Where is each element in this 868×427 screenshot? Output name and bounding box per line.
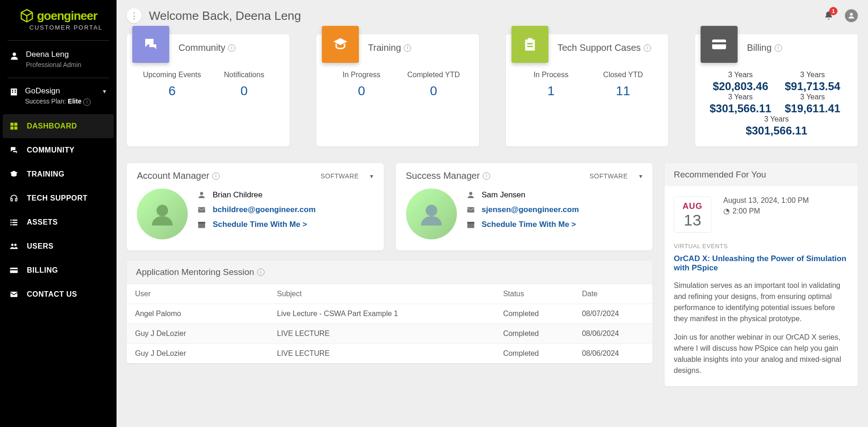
manager-email[interactable]: bchildree@goengineer.com [213,205,316,214]
card-title: Tech Support Cases [558,43,641,53]
sidebar-item-contact[interactable]: CONTACT US [0,282,117,306]
info-icon[interactable]: i [775,44,782,52]
sidebar-item-techsupport[interactable]: TECH SUPPORT [0,186,117,210]
event-datetime: August 13, 2024, 1:00 PM [723,196,809,205]
list-icon [9,218,19,227]
account-icon [847,12,856,20]
stat-label: Closed YTD [587,71,659,79]
user-block[interactable]: Deena Leng Professional Admin [0,44,117,74]
nav-label: BILLING [27,266,58,274]
info-icon[interactable]: i [404,44,411,52]
billing-card[interactable]: Billing i 3 Years$20,803.46 3 Years$91,7… [695,34,858,146]
stat-value: 0 [398,84,470,98]
col-user: User [127,284,269,304]
org-block[interactable]: GoDesign Success Plan: Elite i ▼ [0,82,117,110]
manager-dropdown[interactable]: SOFTWARE▾ [320,172,373,180]
dashboard-icon [9,122,19,131]
sidebar-item-assets[interactable]: ASSETS [0,210,117,234]
col-subject: Subject [269,284,495,304]
svg-rect-5 [15,92,16,93]
info-icon[interactable]: i [257,268,265,276]
svg-rect-22 [527,43,533,44]
building-icon [9,87,18,97]
page-title: Welcome Back, Deena Leng [149,9,301,23]
sidebar: goengineer CUSTOMER PORTAL Deena Leng Pr… [0,0,117,427]
info-icon[interactable]: i [212,172,220,180]
card-title: Success Manager [406,171,480,181]
card-title: Account Manager [137,171,209,181]
sidebar-item-dashboard[interactable]: DASHBOARD [3,114,114,138]
card-title: Community [179,43,225,53]
avatar [406,189,457,239]
notifications-button[interactable]: 1 [824,11,834,21]
stats-row: Community i Upcoming Events6 Notificatio… [127,34,858,146]
sidebar-item-community[interactable]: COMMUNITY [0,138,117,162]
event-endtime: 2:00 PM [733,207,760,215]
recommended-card: Recommended For You AUG 13 August 13, 20… [665,163,858,386]
info-icon[interactable]: i [83,98,91,106]
card-title: Billing [747,43,771,53]
divider [7,78,109,78]
more-button[interactable]: ⋮ [127,8,142,23]
sidebar-item-billing[interactable]: BILLING [0,258,117,282]
account-manager-card: Account Manager i SOFTWARE▾ Brian Childr… [127,163,384,250]
table-row[interactable]: Angel PalomoLive Lecture - CSWA Part Exa… [127,304,653,324]
divider [7,40,109,41]
nav-label: COMMUNITY [27,146,74,154]
org-name: GoDesign [25,86,91,96]
info-icon[interactable]: i [483,172,490,180]
manager-email[interactable]: sjensen@goengineer.com [482,205,579,214]
chevron-down-icon: ▾ [370,172,374,180]
mail-icon [466,205,476,214]
community-tile-icon [132,26,169,63]
card-title: Recommended For You [665,163,858,186]
billing-label: 3 Years [776,71,849,79]
stat-label: Completed YTD [398,71,470,79]
sidebar-item-users[interactable]: USERS [0,234,117,258]
svg-point-26 [157,205,168,216]
stat-value: 11 [587,84,659,98]
billing-value: $301,566.11 [704,124,849,137]
brand-name: goengineer [37,9,97,23]
svg-rect-4 [12,92,13,93]
svg-rect-11 [12,220,18,221]
mentoring-card: Application Mentoring Session i User Sub… [127,261,653,363]
community-card[interactable]: Community i Upcoming Events6 Notificatio… [127,34,289,146]
mail-icon [9,290,19,299]
account-button[interactable] [845,9,858,22]
schedule-link[interactable]: Schedule Time With Me > [213,220,307,229]
svg-rect-9 [14,126,18,129]
event-title[interactable]: OrCAD X: Unleashing the Power of Simulat… [674,254,849,273]
svg-point-0 [12,53,16,56]
svg-rect-19 [10,269,18,270]
training-card[interactable]: Training i In Progress0 Completed YTD0 [316,34,479,146]
info-icon[interactable]: i [228,44,235,52]
event-day: 13 [683,211,702,229]
logo[interactable]: goengineer CUSTOMER PORTAL [0,5,117,37]
table-row[interactable]: Guy J DeLozierLIVE LECTURECompleted08/06… [127,344,653,364]
col-status: Status [495,284,574,304]
svg-rect-14 [11,224,12,226]
chevron-down-icon[interactable]: ▼ [102,88,107,95]
svg-point-32 [469,192,472,195]
nav-label: CONTACT US [27,290,77,299]
svg-rect-35 [467,222,474,223]
table-row[interactable]: Guy J DeLozierLIVE LECTURECompleted08/06… [127,324,653,344]
headset-icon [9,194,19,203]
billing-label: 3 Years [776,93,849,101]
info-icon[interactable]: i [644,44,651,52]
stat-value: 0 [208,84,280,98]
card-title: Application Mentoring Session [136,267,254,277]
card-icon [9,266,19,275]
schedule-link[interactable]: Schedule Time With Me > [482,220,576,229]
sidebar-item-training[interactable]: TRAINING [0,162,117,186]
svg-rect-23 [527,46,533,47]
manager-dropdown[interactable]: SOFTWARE▾ [590,172,642,180]
svg-rect-28 [198,207,205,213]
billing-value: $301,566.11 [704,102,776,115]
svg-rect-1 [11,89,17,96]
mail-icon [197,205,207,214]
org-plan: Success Plan: Elite i [25,98,91,106]
person-icon [197,190,207,200]
support-card[interactable]: Tech Support Cases i In Process1 Closed … [506,34,669,146]
